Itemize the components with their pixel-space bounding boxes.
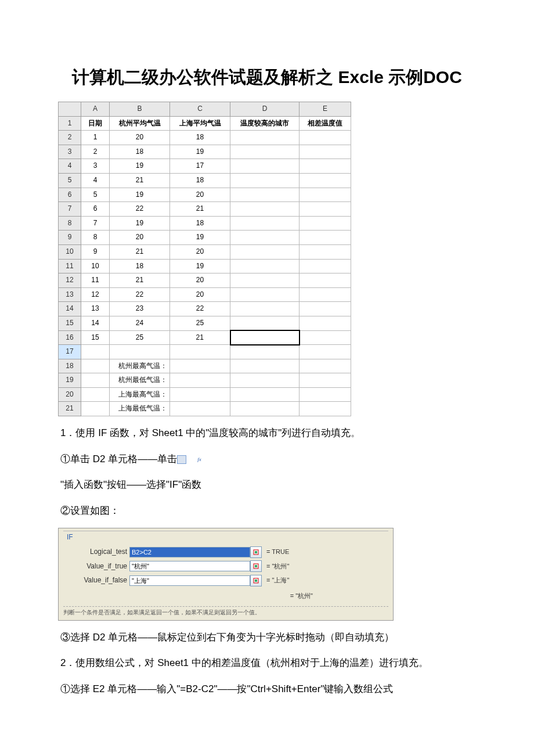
dialog-description: 判断一个条件是否满足，如果满足返回一个值，如果不满足则返回另一个值。 <box>63 606 388 618</box>
ref-button[interactable] <box>250 546 262 558</box>
value-if-false-result: = "上海" <box>266 575 289 586</box>
logical-test-result: = TRUE <box>266 546 289 558</box>
page-title: 计算机二级办公软件试题及解析之 Excle 示例DOC <box>41 64 493 90</box>
logical-test-input[interactable]: B2>C2 <box>129 547 250 557</box>
value-if-false-label: Value_if_false <box>63 574 129 587</box>
svg-rect-1 <box>255 551 257 553</box>
svg-rect-5 <box>255 579 257 582</box>
paragraph-1: 1．使用 IF 函数，对 Sheet1 中的"温度较高的城市"列进行自动填充。 <box>41 424 493 442</box>
row-1-header: 1 <box>59 116 81 131</box>
cell-B1: 杭州平均气温 <box>110 116 170 131</box>
fx-icon: fx <box>177 455 186 464</box>
paragraph-2b: "插入函数"按钮——选择"IF"函数 <box>41 476 493 494</box>
if-function-dialog: IF Logical_test B2>C2 = TRUE Value_if_tr… <box>58 528 394 620</box>
cell-C1: 上海平均气温 <box>170 116 230 131</box>
col-A-header: A <box>81 102 110 117</box>
ref-button[interactable] <box>250 560 262 572</box>
svg-rect-3 <box>255 565 257 567</box>
paragraph-4: ③选择 D2 单元格——鼠标定位到右下角变为十字光标时拖动（即自动填充） <box>41 629 493 647</box>
value-if-true-label: Value_if_true <box>63 560 129 573</box>
cell-D1: 温度较高的城市 <box>230 116 300 131</box>
dialog-function-name: IF <box>67 531 388 544</box>
value-if-true-input[interactable]: "杭州" <box>129 561 250 571</box>
cell-A1: 日期 <box>81 116 110 131</box>
col-B-header: B <box>110 102 170 117</box>
paragraph-3: ②设置如图： <box>41 502 493 520</box>
ref-button[interactable] <box>250 575 262 586</box>
col-E-header: E <box>300 102 351 117</box>
cell-E1: 相差温度值 <box>300 116 351 131</box>
paragraph-2: ①单击 D2 单元格——单击fx <box>41 451 493 469</box>
value-if-true-result: = "杭州" <box>266 561 289 573</box>
corner-cell <box>59 102 81 117</box>
dialog-final-result: = "杭州" <box>63 591 388 602</box>
selected-cell-D17 <box>230 330 300 345</box>
value-if-false-input[interactable]: "上海" <box>129 575 250 586</box>
logical-test-label: Logical_test <box>63 546 129 559</box>
col-C-header: C <box>170 102 230 117</box>
excel-spreadsheet: A B C D E 1 日期 杭州平均气温 上海平均气温 温度较高的城市 相差温… <box>58 102 351 416</box>
paragraph-6: ①选择 E2 单元格——输入"=B2-C2"——按"Ctrl+Shift+Ent… <box>41 681 493 699</box>
paragraph-5: 2．使用数组公式，对 Sheet1 中的相差温度值（杭州相对于上海的温差）进行填… <box>41 654 493 672</box>
col-D-header: D <box>230 102 300 117</box>
